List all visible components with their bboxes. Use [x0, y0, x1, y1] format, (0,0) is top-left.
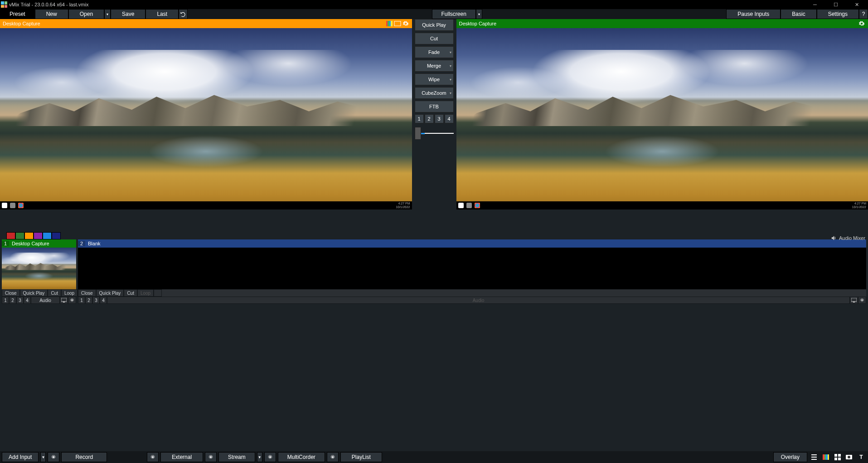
quick-play-button[interactable]: Quick Play [415, 19, 454, 31]
program-gear-icon[interactable] [858, 20, 865, 27]
external-button[interactable]: External [160, 452, 203, 462]
trans-num-1[interactable]: 1 [415, 114, 424, 123]
open-button[interactable]: Open [68, 9, 104, 19]
trans-num-4[interactable]: 4 [445, 114, 454, 123]
input-preview-icon[interactable] [850, 297, 858, 304]
playlist-button[interactable]: PlayList [340, 452, 382, 462]
app-logo-icon [1, 1, 7, 8]
input-play-icon[interactable] [154, 289, 162, 297]
color-swatch-0[interactable] [6, 232, 15, 239]
cut-button[interactable]: Cut [415, 33, 454, 44]
main-toolbar: Preset New Open ▼ Save Last Fullscreen ▼… [0, 9, 868, 19]
svg-rect-2 [63, 302, 65, 302]
program-video[interactable]: 4:27 PM10/1/2022 [456, 28, 868, 210]
view-grid-icon[interactable] [833, 452, 843, 462]
input-cut-button[interactable]: Cut [124, 289, 137, 297]
color-swatch-3[interactable] [34, 232, 43, 239]
add-input-dropdown[interactable]: ▼ [40, 452, 46, 462]
fullscreen-dropdown[interactable]: ▼ [476, 9, 482, 19]
input-overlay-4-button[interactable]: 4 [100, 297, 107, 304]
input-thumbnail[interactable] [78, 248, 866, 289]
preview-color-icon[interactable] [386, 20, 393, 27]
add-input-button[interactable]: Add Input [2, 452, 39, 462]
stream-gear-button[interactable] [205, 452, 217, 462]
t-bar[interactable] [415, 127, 454, 140]
input-cut-button[interactable]: Cut [48, 289, 61, 297]
input-overlay-2-button[interactable]: 2 [9, 297, 16, 304]
trans-num-2[interactable]: 2 [425, 114, 434, 123]
input-preview-icon[interactable] [60, 297, 68, 304]
color-swatch-2[interactable] [24, 232, 34, 239]
preview-panel: Desktop Capture 4:27 PM10/1/2022 [0, 19, 412, 210]
svg-rect-15 [838, 458, 841, 460]
input-number: 2 [78, 241, 85, 246]
cubezoom-button[interactable]: CubeZoom [415, 87, 454, 99]
input-label: Desktop Capture [9, 241, 49, 246]
input-quick-play-button[interactable]: Quick Play [96, 289, 124, 297]
record-button[interactable]: Record [61, 452, 107, 462]
preview-gear-icon[interactable] [402, 20, 409, 27]
svg-rect-14 [834, 458, 837, 460]
fullscreen-button[interactable]: Fullscreen [432, 9, 476, 19]
input-loop-button: Loop [137, 289, 154, 297]
input-overlay-1-button[interactable]: 1 [78, 297, 85, 304]
ftb-button[interactable]: FTB [415, 101, 454, 112]
input-gear-icon[interactable] [68, 297, 76, 304]
view-camera-icon[interactable] [844, 452, 854, 462]
color-swatch-5[interactable] [52, 232, 61, 239]
basic-button[interactable]: Basic [781, 9, 816, 19]
t-bar-handle[interactable] [415, 127, 421, 140]
color-swatch-4[interactable] [43, 232, 52, 239]
audio-mixer-toggle[interactable]: Audio Mixer [831, 235, 865, 241]
program-panel: Desktop Capture 4:27 PM10/1/2022 [456, 19, 868, 210]
last-button[interactable]: Last [145, 9, 179, 19]
input-overlay-3-button[interactable]: 3 [16, 297, 24, 304]
preset-button[interactable]: Preset [0, 9, 35, 19]
wipe-button[interactable]: Wipe [415, 73, 454, 85]
trans-num-3[interactable]: 3 [435, 114, 444, 123]
preview-label: Desktop Capture [3, 21, 40, 26]
preview-taskbar: 4:27 PM10/1/2022 [0, 201, 412, 210]
open-dropdown[interactable]: ▼ [104, 9, 111, 19]
maximize-button[interactable]: ☐ [825, 0, 846, 9]
input-loop-button[interactable]: Loop [61, 289, 78, 297]
multicorder-gear-button[interactable] [264, 452, 276, 462]
preview-frame-icon[interactable] [394, 20, 401, 27]
save-button[interactable]: Save [111, 9, 145, 19]
view-t-icon[interactable]: T [856, 452, 866, 462]
input-overlay-3-button[interactable]: 3 [92, 297, 100, 304]
undo-button[interactable] [179, 9, 188, 19]
program-label: Desktop Capture [459, 21, 497, 26]
multicorder-button[interactable]: MultiCorder [278, 452, 325, 462]
fade-button[interactable]: Fade [415, 46, 454, 58]
merge-button[interactable]: Merge [415, 60, 454, 72]
minimize-button[interactable]: ─ [805, 0, 825, 9]
close-button[interactable]: ✕ [846, 0, 867, 9]
pause-inputs-button[interactable]: Pause Inputs [726, 9, 781, 19]
new-button[interactable]: New [35, 9, 68, 19]
view-color-icon[interactable] [821, 452, 831, 462]
input-audio-button[interactable]: Audio [31, 297, 60, 304]
view-list-icon[interactable] [809, 452, 819, 462]
input-gear-icon[interactable] [858, 297, 866, 304]
input-thumbnail[interactable] [2, 248, 76, 289]
color-swatch-1[interactable] [15, 232, 24, 239]
overlay-button[interactable]: Overlay [773, 452, 807, 462]
playlist-gear-button[interactable] [327, 452, 339, 462]
color-swatch-row [0, 232, 868, 239]
stream-dropdown[interactable]: ▼ [257, 452, 262, 462]
input-close-button[interactable]: Close [78, 289, 96, 297]
input-overlay-2-button[interactable]: 2 [85, 297, 92, 304]
input-overlay-4-button[interactable]: 4 [24, 297, 31, 304]
input-quick-play-button[interactable]: Quick Play [20, 289, 48, 297]
help-button[interactable]: ? [859, 9, 868, 19]
external-gear-button[interactable] [147, 452, 159, 462]
stream-button[interactable]: Stream [218, 452, 255, 462]
preview-video[interactable]: 4:27 PM10/1/2022 [0, 28, 412, 210]
record-gear-button[interactable] [48, 452, 59, 462]
input-overlay-1-button[interactable]: 1 [2, 297, 9, 304]
input-close-button[interactable]: Close [2, 289, 20, 297]
audio-mixer-label: Audio Mixer [839, 235, 865, 241]
settings-button[interactable]: Settings [817, 9, 859, 19]
svg-rect-0 [394, 21, 401, 26]
